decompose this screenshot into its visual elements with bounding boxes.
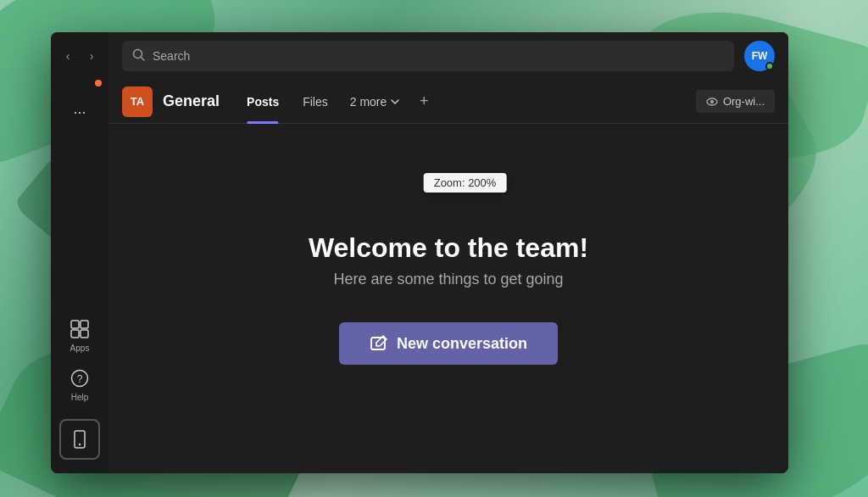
search-icon	[132, 48, 146, 64]
welcome-heading: Welcome to the team!	[309, 232, 588, 264]
org-wide-button[interactable]: Org-wi...	[696, 90, 775, 113]
sidebar: ‹ › ··· Apps	[51, 32, 108, 473]
svg-line-9	[142, 57, 145, 60]
svg-point-7	[79, 444, 81, 445]
help-label: Help	[71, 393, 89, 402]
avatar-initials: FW	[752, 50, 768, 62]
content-area: Zoom: 200% Welcome to the team! Here are…	[108, 124, 788, 473]
header-bar: Search FW	[108, 32, 788, 80]
add-tab-button[interactable]: +	[412, 90, 436, 114]
more-dots-icon: ···	[73, 103, 86, 121]
nav-top: ‹ ›	[51, 39, 108, 76]
notification-dot	[95, 80, 102, 87]
sidebar-item-help[interactable]: ? Help	[51, 360, 108, 409]
svg-text:?: ?	[77, 373, 83, 385]
new-conversation-button[interactable]: New conversation	[339, 322, 558, 365]
svg-rect-0	[71, 321, 79, 328]
avatar-status	[765, 62, 774, 70]
team-icon: TA	[122, 87, 153, 117]
svg-rect-3	[81, 330, 88, 338]
teams-window: ‹ › ··· Apps	[51, 32, 788, 473]
channel-header: TA General Posts Files 2 more +	[108, 80, 788, 124]
svg-point-11	[710, 100, 714, 103]
channel-name: General	[163, 92, 220, 110]
phone-button[interactable]	[59, 419, 100, 460]
sidebar-item-apps[interactable]: Apps	[51, 310, 108, 360]
forward-button[interactable]: ›	[81, 46, 102, 66]
zoom-tooltip: Zoom: 200%	[424, 173, 507, 193]
tab-more[interactable]: 2 more	[342, 90, 409, 114]
more-options-button[interactable]: ···	[64, 97, 95, 127]
header-right: FW	[744, 41, 775, 71]
new-conversation-label: New conversation	[397, 335, 527, 353]
apps-label: Apps	[70, 343, 90, 353]
welcome-sub: Here are some things to get going	[333, 271, 563, 288]
svg-rect-2	[71, 330, 79, 338]
svg-rect-1	[81, 321, 88, 328]
tab-files[interactable]: Files	[292, 90, 338, 114]
compose-icon	[370, 334, 388, 353]
help-icon: ?	[68, 366, 92, 390]
org-wide-label: Org-wi...	[723, 95, 765, 108]
main-area: Search FW TA General Posts Files	[108, 32, 788, 473]
tab-posts[interactable]: Posts	[236, 90, 289, 114]
search-placeholder: Search	[153, 49, 190, 63]
chevron-down-icon	[390, 97, 400, 107]
eye-icon	[706, 96, 718, 108]
search-box[interactable]: Search	[122, 41, 734, 71]
channel-tabs: Posts Files 2 more +	[236, 90, 436, 114]
avatar[interactable]: FW	[744, 41, 775, 71]
apps-icon	[68, 317, 92, 341]
back-button[interactable]: ‹	[58, 46, 78, 66]
